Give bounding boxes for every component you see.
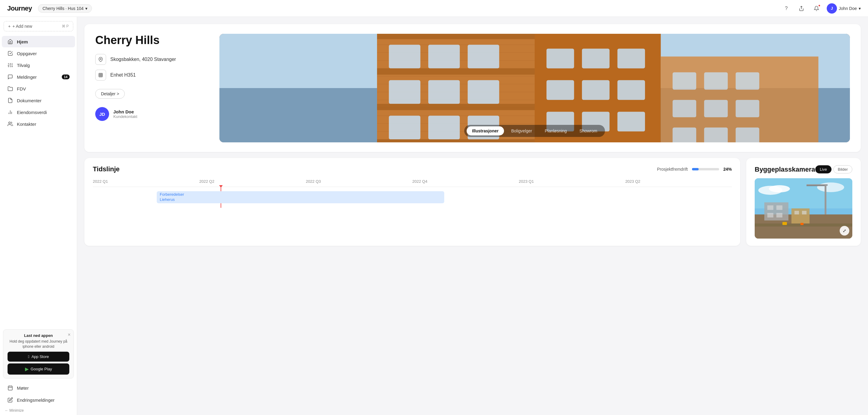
play-icon: ▶	[25, 366, 29, 372]
sidebar-item-eiendomsverdi[interactable]: Eiendomsverdi	[2, 107, 75, 118]
sidebar-item-label: Eiendomsverdi	[17, 110, 47, 115]
quarter-label: 2022 Q4	[412, 179, 519, 187]
timeline-title: Tidslinje	[93, 165, 120, 173]
svg-point-74	[817, 182, 844, 192]
share-icon[interactable]	[797, 4, 806, 13]
svg-rect-37	[428, 116, 460, 139]
camera-title: Byggeplasskamera	[755, 166, 815, 173]
svg-rect-83	[776, 213, 782, 217]
sidebar-item-dokumenter[interactable]: Dokumenter	[2, 95, 75, 106]
svg-rect-63	[673, 127, 696, 142]
expand-button[interactable]: ⤢	[840, 226, 849, 236]
banner-close-button[interactable]: ×	[68, 332, 70, 337]
bottom-row: Tidslinje Prosjektfremdrift 24% 2022 Q1 …	[84, 158, 861, 246]
svg-rect-44	[547, 49, 574, 68]
svg-rect-49	[618, 80, 645, 100]
sidebar-item-meldinger[interactable]: Meldinger 14	[2, 71, 75, 83]
svg-rect-34	[428, 80, 460, 104]
svg-rect-18	[99, 73, 102, 77]
svg-rect-45	[582, 49, 610, 68]
camera-tabs: Live Bilder	[815, 165, 852, 173]
progress-bar	[692, 168, 719, 170]
timeline-grid: 2022 Q1 2022 Q2 2022 Q3 2022 Q4 2023 Q1 …	[93, 179, 732, 208]
appstore-button[interactable]:  App Store	[7, 352, 69, 362]
svg-rect-85	[795, 211, 799, 214]
contact-avatar: JD	[95, 107, 109, 121]
topnav-left: Journey Cherry Hills · Hus 104 ▾	[7, 4, 92, 13]
tab-live[interactable]: Live	[815, 165, 832, 173]
project-info: Cherry Hills Skogsbakken, 4020 Stavanger…	[95, 34, 210, 142]
svg-rect-39	[377, 34, 535, 39]
quarter-label: 2023 Q2	[625, 179, 732, 187]
project-name: Cherry Hills	[95, 34, 210, 47]
project-card: Cherry Hills Skogsbakken, 4020 Stavanger…	[84, 24, 861, 152]
address-row: Skogsbakken, 4020 Stavanger	[95, 54, 210, 65]
address-text: Skogsbakken, 4020 Stavanger	[110, 57, 176, 62]
sidebar-item-label: Møter	[17, 385, 29, 391]
sidebar: + + Add new ⌘ P Hjem Oppgaver	[0, 17, 77, 415]
sidebar-item-label: Kontakter	[17, 122, 36, 127]
svg-rect-62	[736, 100, 759, 117]
chevron-down-icon: ▾	[859, 6, 861, 11]
svg-rect-60	[673, 100, 696, 117]
help-icon[interactable]: ?	[781, 4, 791, 13]
details-button[interactable]: Detaljer >	[95, 89, 125, 99]
banner-body: Hold deg oppdatert med Journey på iphone…	[7, 339, 69, 349]
svg-rect-48	[582, 80, 610, 100]
svg-rect-40	[377, 68, 535, 75]
tab-showrom[interactable]: Showrom	[574, 126, 603, 136]
minimize-button[interactable]: ← Minimize	[0, 406, 77, 415]
project-selector[interactable]: Cherry Hills · Hus 104 ▾	[38, 4, 92, 13]
svg-rect-30	[389, 45, 421, 68]
sidebar-item-hjem[interactable]: Hjem	[2, 36, 75, 47]
notification-dot	[818, 4, 821, 7]
svg-rect-33	[389, 80, 421, 104]
unit-row: Enhet H351	[95, 70, 210, 81]
sidebar-item-label: Dokumenter	[17, 98, 41, 103]
main-content: Cherry Hills Skogsbakken, 4020 Stavanger…	[77, 17, 868, 415]
sidebar-item-moter[interactable]: Møter	[2, 382, 75, 393]
check-square-icon	[7, 51, 13, 56]
sidebar-item-kontakter[interactable]: Kontakter	[2, 118, 75, 130]
sidebar-item-endringsmeldinger[interactable]: Endringsmeldinger	[2, 394, 75, 406]
contact-name: John Doe	[113, 109, 137, 114]
add-new-button[interactable]: + + Add new ⌘ P	[4, 21, 73, 31]
timeline-bar-label: Forberedelser Lieherus	[160, 192, 184, 202]
unit-icon	[95, 70, 106, 81]
sidebar-item-oppgaver[interactable]: Oppgaver	[2, 48, 75, 59]
folder-icon	[7, 86, 13, 91]
tab-planlosning[interactable]: Planløsning	[539, 126, 572, 136]
calendar-icon	[7, 385, 13, 391]
app-logo: Journey	[7, 4, 32, 12]
contact-role: Kundekontakt	[113, 114, 137, 119]
sidebar-item-fdv[interactable]: FDV	[2, 83, 75, 94]
edit-icon	[7, 397, 13, 403]
svg-rect-52	[618, 112, 645, 131]
timeline-track: Forberedelser Lieherus	[93, 187, 732, 208]
contact-row: JD John Doe Kundekontakt	[95, 107, 210, 121]
tab-bilder[interactable]: Bilder	[833, 165, 852, 173]
plus-icon: +	[8, 24, 10, 29]
sidebar-item-label: Endringsmeldinger	[17, 397, 55, 403]
user-menu[interactable]: J John Doe ▾	[827, 3, 861, 13]
svg-rect-88	[782, 222, 787, 225]
progress-percentage: 24%	[723, 167, 732, 172]
timeline-header: Tidslinje Prosjektfremdrift 24%	[93, 165, 732, 173]
bar-chart-icon	[7, 110, 13, 115]
notification-bell[interactable]	[812, 4, 821, 13]
camera-card: Byggeplasskamera Live Bilder	[746, 158, 861, 246]
svg-rect-36	[389, 116, 421, 139]
home-icon	[7, 39, 13, 45]
svg-rect-82	[767, 213, 773, 217]
banner-title: Last ned appen	[7, 333, 69, 338]
tab-boligvelger[interactable]: Boligvelger	[506, 126, 537, 136]
googleplay-button[interactable]: ▶ Google Play	[7, 363, 69, 375]
svg-point-12	[9, 122, 10, 124]
app-download-banner: × Last ned appen Hold deg oppdatert med …	[3, 329, 74, 379]
unit-text: Enhet H351	[110, 72, 136, 78]
sidebar-item-tilvalg[interactable]: Tilvalg	[2, 59, 75, 71]
svg-rect-35	[468, 80, 499, 104]
message-icon	[7, 74, 13, 80]
timeline-quarters: 2022 Q1 2022 Q2 2022 Q3 2022 Q4 2023 Q1 …	[93, 179, 732, 187]
tab-illustrasjoner[interactable]: Illustrasjoner	[467, 126, 504, 136]
